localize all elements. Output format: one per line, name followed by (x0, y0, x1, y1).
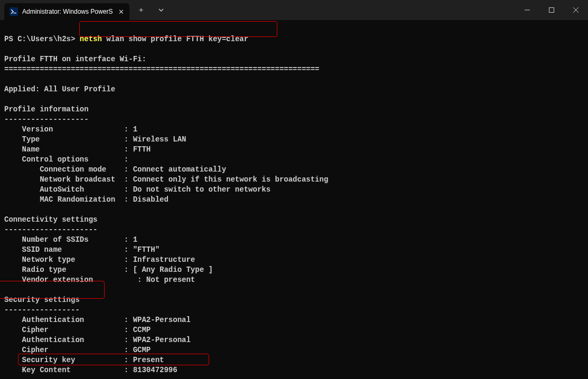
connectivity-settings-divider: --------------------- (4, 225, 97, 234)
tab-dropdown-button[interactable] (153, 2, 170, 18)
auth1-line: Authentication : WPA2-Personal (4, 316, 191, 324)
window-controls (515, 0, 588, 20)
version-line: Version : 1 (4, 125, 137, 134)
tabs-area: Administrator: Windows PowerS ✕ ＋ (0, 0, 170, 20)
close-tab-icon[interactable]: ✕ (117, 7, 125, 16)
radio-type-line: Radio type : [ Any Radio Type ] (4, 266, 213, 274)
command-args: wlan show profile FTTH key=clear (102, 35, 248, 43)
divider: ========================================… (4, 65, 320, 73)
maximize-button[interactable] (539, 0, 564, 20)
profile-info-divider: ------------------- (4, 115, 89, 124)
auth2-line: Authentication : WPA2-Personal (4, 336, 191, 344)
minimize-button[interactable] (515, 0, 539, 20)
vendor-extension-line: Vendor extension : Not present (4, 276, 195, 284)
tab-title: Administrator: Windows PowerS (22, 8, 113, 15)
type-line: Type : Wireless LAN (4, 135, 186, 144)
connectivity-settings-header: Connectivity settings (4, 215, 97, 224)
autoswitch-line: AutoSwitch : Do not switch to other netw… (4, 185, 270, 194)
security-settings-divider: ----------------- (4, 306, 80, 314)
num-ssids-line: Number of SSIDs : 1 (4, 235, 137, 244)
close-window-button[interactable] (564, 0, 588, 20)
security-key-line: Security key : Present (4, 356, 164, 364)
network-type-line: Network type : Infrastructure (4, 255, 195, 264)
mac-randomization-line: MAC Randomization : Disabled (4, 195, 169, 204)
cipher2-line: Cipher : GCMP (4, 346, 151, 354)
profile-info-header: Profile information (4, 105, 89, 113)
command-netsh: netsh (80, 35, 102, 43)
powershell-icon (10, 7, 18, 16)
svg-rect-2 (549, 8, 554, 13)
control-options-line: Control options : (4, 155, 128, 164)
titlebar: Administrator: Windows PowerS ✕ ＋ (0, 0, 588, 20)
terminal-output[interactable]: PS C:\Users\h2s> netsh wlan show profile… (0, 20, 588, 379)
active-tab[interactable]: Administrator: Windows PowerS ✕ (4, 3, 129, 20)
name-line: Name : FTTH (4, 145, 151, 154)
network-broadcast-line: Network broadcast : Connect only if this… (4, 175, 328, 184)
new-tab-button[interactable]: ＋ (133, 2, 150, 18)
prompt: PS C:\Users\h2s> (4, 35, 80, 43)
applied-line: Applied: All User Profile (4, 85, 115, 93)
security-settings-header: Security settings (4, 296, 80, 304)
connection-mode-line: Connection mode : Connect automatically (4, 165, 226, 174)
profile-header: Profile FTTH on interface Wi-Fi: (4, 55, 146, 63)
ssid-name-line: SSID name : "FTTH" (4, 245, 160, 254)
key-content-line: Key Content : 8130472996 (4, 366, 178, 374)
cipher1-line: Cipher : CCMP (4, 326, 151, 334)
